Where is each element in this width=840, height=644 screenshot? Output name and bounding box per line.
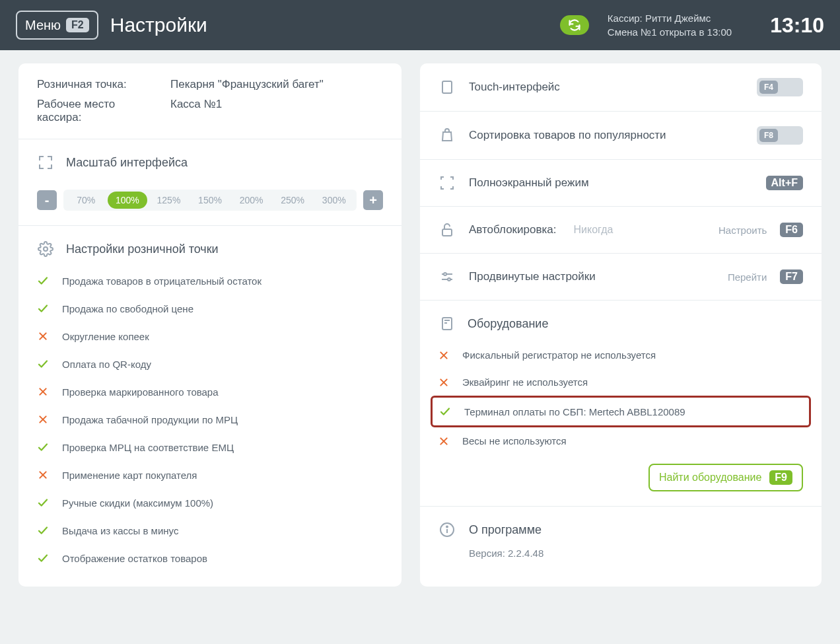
retail-item-label: Применение карт покупателя	[62, 470, 197, 481]
svg-point-12	[444, 273, 446, 275]
autolock-label: Автоблокировка:	[469, 223, 556, 236]
cross-icon	[37, 413, 49, 425]
retail-setting-item: Проверка МРЦ на соответствие ЕМЦ	[37, 433, 383, 461]
right-panel: Touch-интерфейс F4 Сортировка товаров по…	[420, 63, 822, 587]
equipment-item[interactable]: Терминал оплаты по СБП: Mertech ABBL1200…	[431, 396, 811, 427]
retail-setting-item: Округление копеек	[37, 322, 383, 350]
check-icon	[37, 358, 49, 370]
menu-label: Меню	[25, 18, 61, 33]
retail-setting-item: Продажа по свободной цене	[37, 295, 383, 322]
zoom-track[interactable]: 70%100%125%150%200%250%300%	[63, 190, 357, 211]
fullscreen-icon	[438, 174, 456, 192]
cross-icon	[37, 386, 49, 398]
cross-icon	[37, 469, 49, 481]
sort-label: Сортировка товаров по популярности	[469, 129, 744, 142]
advanced-label: Продвинутые настройки	[469, 270, 715, 283]
touch-row[interactable]: Touch-интерфейс F4	[420, 63, 822, 112]
check-icon	[37, 303, 49, 314]
retail-item-label: Выдача из кассы в минус	[62, 525, 178, 536]
retail-setting-item: Отображение остатков товаров	[37, 544, 383, 572]
header-info: Кассир: Ритти Джеймс Смена №1 открыта в …	[608, 11, 732, 39]
about-version: Версия: 2.2.4.48	[469, 548, 803, 559]
retail-setting-item: Продажа табачной продукции по МРЦ	[37, 406, 383, 433]
zoom-step[interactable]: 250%	[273, 192, 313, 209]
info-icon	[438, 521, 456, 538]
store-value: Пекарня "Французский багет"	[170, 78, 324, 91]
menu-button[interactable]: Меню F2	[16, 11, 98, 40]
retail-setting-item: Выдача из кассы в минус	[37, 517, 383, 544]
retail-item-label: Продажа по свободной цене	[62, 303, 193, 314]
clock: 13:10	[770, 13, 824, 38]
find-equipment-button[interactable]: Найти оборудование F9	[648, 464, 803, 491]
gear-icon	[37, 240, 54, 258]
about-title: О программе	[469, 523, 542, 537]
autolock-action[interactable]: Настроить	[718, 225, 767, 236]
equipment-item[interactable]: Весы не используются	[438, 427, 803, 454]
retail-setting-item: Применение карт покупателя	[37, 461, 383, 489]
svg-rect-9	[442, 81, 452, 93]
equipment-title: Оборудование	[468, 317, 548, 331]
zoom-step[interactable]: 70%	[66, 192, 106, 209]
bag-icon	[438, 127, 456, 144]
cross-icon	[438, 436, 449, 447]
retail-item-label: Оплата по QR-коду	[62, 359, 151, 370]
shift-line: Смена №1 открыта в 13:00	[608, 25, 732, 39]
workplace-label: Рабочее место кассира:	[37, 98, 162, 124]
zoom-step[interactable]: 200%	[231, 192, 271, 209]
sync-icon[interactable]	[560, 15, 589, 35]
autolock-value: Никогда	[573, 224, 613, 236]
retail-item-label: Ручные скидки (максимум 100%)	[62, 497, 213, 509]
find-key: F9	[769, 470, 792, 485]
retail-setting-item: Проверка маркированного товара	[37, 378, 383, 406]
zoom-step[interactable]: 300%	[314, 192, 354, 209]
equipment-item[interactable]: Фискальный регистратор не используется	[438, 341, 803, 369]
fullscreen-row[interactable]: Полноэкранный режим Alt+F	[420, 160, 822, 207]
retail-setting-item: Ручные скидки (максимум 100%)	[37, 489, 383, 517]
check-icon	[37, 552, 49, 564]
left-panel: Розничная точка: Пекарня "Французский ба…	[18, 63, 402, 587]
autolock-row[interactable]: Автоблокировка: Никогда Настроить F6	[420, 207, 822, 254]
check-icon	[37, 524, 49, 536]
zoom-title: Масштаб интерфейса	[66, 156, 188, 170]
page-title: Настройки	[110, 14, 207, 36]
zoom-step[interactable]: 150%	[190, 192, 230, 209]
lock-icon	[438, 221, 456, 238]
advanced-action[interactable]: Перейти	[728, 271, 767, 283]
check-icon	[37, 275, 49, 287]
equipment-item-label: Терминал оплаты по СБП: Mertech ABBL1200…	[464, 406, 685, 417]
svg-rect-10	[442, 229, 452, 236]
retail-item-label: Проверка МРЦ на соответствие ЕМЦ	[62, 442, 234, 453]
find-label: Найти оборудование	[659, 472, 761, 483]
advanced-row[interactable]: Продвинутые настройки Перейти F7	[420, 254, 822, 301]
cross-icon	[37, 330, 49, 342]
menu-hotkey: F2	[66, 18, 89, 32]
equipment-item-label: Эквайринг не используется	[462, 376, 588, 388]
check-icon	[37, 497, 49, 509]
svg-point-0	[44, 247, 48, 251]
equipment-item-label: Весы не используются	[462, 435, 567, 447]
sort-row[interactable]: Сортировка товаров по популярности F8	[420, 112, 822, 160]
zoom-step[interactable]: 100%	[108, 192, 148, 209]
svg-point-14	[448, 278, 450, 281]
expand-icon	[37, 154, 54, 171]
app-header: Меню F2 Настройки Кассир: Ритти Джеймс С…	[0, 0, 840, 50]
zoom-minus-button[interactable]: -	[37, 190, 57, 210]
retail-setting-item: Оплата по QR-коду	[37, 350, 383, 378]
equipment-item[interactable]: Эквайринг не используется	[438, 369, 803, 396]
about-row[interactable]: О программе Версия: 2.2.4.48	[420, 507, 822, 573]
retail-item-label: Проверка маркированного товара	[62, 386, 219, 398]
autolock-key: F6	[780, 223, 803, 237]
device-icon	[438, 315, 456, 332]
retail-item-label: Отображение остатков товаров	[62, 553, 207, 564]
cross-icon	[438, 377, 449, 388]
retail-settings-title: Настройки розничной точки	[66, 242, 219, 256]
sliders-icon	[438, 268, 456, 285]
sort-toggle[interactable]: F8	[757, 126, 803, 145]
touch-label: Touch-интерфейс	[469, 81, 744, 94]
zoom-step[interactable]: 125%	[149, 192, 189, 209]
check-icon	[439, 406, 451, 417]
retail-item-label: Округление копеек	[62, 331, 149, 342]
touch-toggle[interactable]: F4	[757, 78, 803, 96]
zoom-plus-button[interactable]: +	[363, 190, 383, 210]
check-icon	[37, 441, 49, 453]
